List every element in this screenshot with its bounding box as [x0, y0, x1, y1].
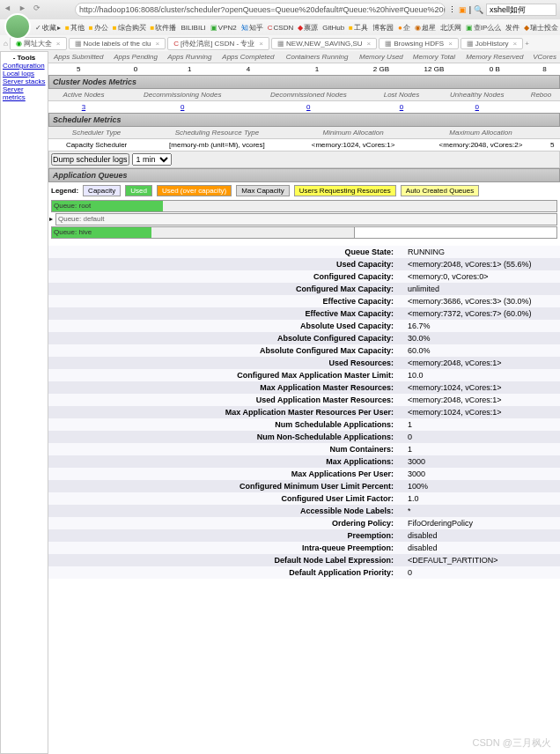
sidebar-link-config[interactable]: Configuration — [3, 62, 46, 70]
bookmark-item[interactable]: ◆瑞士投金 — [524, 23, 558, 33]
cell-link[interactable]: 3 — [48, 101, 119, 114]
property-key: Max Applications Per User: — [48, 468, 401, 480]
tab-item[interactable]: ▦Browsing HDFS× — [379, 38, 459, 49]
legend-over: Used (over capacity) — [157, 185, 232, 196]
property-row: Num Schedulable Applications:1 — [48, 418, 560, 431]
bookmark-item[interactable]: ■软件播 — [151, 23, 177, 33]
tab-item[interactable]: ▦Node labels of the clu× — [69, 38, 166, 49]
sidebar-title: - Tools — [3, 54, 46, 62]
expand-icon[interactable]: ▸ — [49, 215, 53, 223]
col-header: Minimum Allocation — [290, 127, 417, 139]
sidebar-link-metrics[interactable]: Server metrics — [3, 85, 46, 101]
table-row: 5 0 1 4 1 2 GB 12 GB 0 B 8 — [48, 63, 560, 76]
col-header: Apps Pending — [109, 51, 163, 63]
rss-icon[interactable]: ▣ — [459, 5, 467, 14]
queue-hive[interactable]: ▾ Queue: hive — [52, 227, 355, 238]
property-value: <memory:1024, vCores:1> — [401, 381, 560, 394]
reload-icon[interactable]: ⟳ — [33, 4, 46, 16]
property-key: Used Capacity: — [48, 258, 401, 270]
tab-item[interactable]: C[待处消息] CSDN - 专业× — [167, 37, 269, 50]
table-row: 3 0 0 0 0 — [48, 101, 560, 114]
bookmark-item[interactable]: BILIBILI — [181, 24, 205, 32]
legend-capacity: Capacity — [83, 185, 121, 196]
property-key: Absolute Configured Capacity: — [48, 332, 401, 344]
property-row: Max Applications Per User:3000 — [48, 468, 560, 480]
property-row: Max Applications:3000 — [48, 455, 560, 468]
close-icon[interactable]: × — [56, 40, 61, 48]
menu-icon[interactable]: ⋮ — [448, 5, 456, 14]
col-header: Reboo — [522, 89, 560, 101]
property-row: Configured Capacity:<memory:0, vCores:0> — [48, 270, 560, 283]
search-input[interactable] — [486, 4, 556, 16]
property-row: Default Node Label Expression:<DEFAULT_P… — [48, 554, 560, 566]
property-row: Used Capacity:<memory:2048, vCores:1> (5… — [48, 258, 560, 270]
sidebar-link-locallogs[interactable]: Local logs — [3, 70, 46, 78]
bookmark-item[interactable]: 发件 — [505, 23, 519, 33]
col-header: Apps Completed — [217, 51, 280, 63]
queue-root[interactable]: ▾ Queue: root — [51, 200, 557, 212]
property-value: FifoOrderingPolicy — [401, 517, 560, 529]
property-key: Accessible Node Labels: — [48, 505, 401, 517]
queue-label: Queue: default — [58, 215, 104, 223]
dump-logs-button[interactable]: Dump scheduler logs — [51, 153, 129, 166]
url-bar[interactable]: http://hadoop106:8088/cluster/scheduler?… — [75, 3, 446, 17]
queue-default[interactable]: ▸ Queue: default — [55, 213, 557, 225]
bookmark-item[interactable]: ▣查IP么么 — [466, 23, 502, 33]
dump-interval-select[interactable]: 1 min — [132, 153, 172, 166]
bookmark-item[interactable]: 博客园 — [372, 23, 394, 33]
close-icon[interactable]: × — [448, 40, 453, 48]
tab-item[interactable]: ▦NEW,NEW_SAVING,SU× — [271, 38, 377, 49]
bookmark-item[interactable]: ●企 — [398, 23, 410, 33]
legend-title: Legend: — [51, 187, 78, 195]
property-key: Absolute Used Capacity: — [48, 320, 401, 332]
sidebar: - Tools Configuration Local logs Server … — [0, 51, 48, 754]
cell-link[interactable]: 0 — [119, 101, 247, 114]
home-icon[interactable]: ⌂ — [4, 40, 8, 48]
cell: <memory:1024, vCores:1> — [290, 139, 417, 152]
bookmark-item[interactable]: ■综合购买 — [113, 23, 146, 33]
cell — [522, 101, 560, 114]
bookmark-item[interactable]: ■办公 — [89, 23, 108, 33]
col-header: Decommissioned Nodes — [246, 89, 371, 101]
add-tab-icon[interactable]: + — [525, 40, 529, 48]
property-key: Used Resources: — [48, 357, 401, 369]
bookmark-item[interactable]: ◉超星 — [415, 23, 436, 33]
bookmark-item[interactable]: CCSDN — [268, 24, 293, 32]
cell: 5 — [544, 139, 560, 152]
close-icon[interactable]: × — [259, 40, 263, 48]
property-value: <memory:0, vCores:0> — [401, 270, 560, 283]
bookmark-item[interactable]: GitHub — [322, 24, 344, 32]
close-icon[interactable]: × — [513, 40, 518, 48]
cell-link[interactable]: 0 — [246, 101, 371, 114]
close-icon[interactable]: × — [155, 40, 159, 48]
property-key: Configured Max Capacity: — [48, 283, 401, 295]
search-divider: | — [469, 5, 471, 14]
bookmark-item[interactable]: ■工具 — [349, 23, 368, 33]
col-header: Memory Reserved — [461, 51, 530, 63]
bookmark-item[interactable]: 北沃网 — [440, 23, 461, 33]
legend: Legend: Capacity Used Used (over capacit… — [48, 182, 560, 199]
sidebar-link-stacks[interactable]: Server stacks — [3, 78, 46, 85]
bookmark-item[interactable]: ■其他 — [65, 23, 85, 33]
tab-item[interactable]: ▦JobHistory× — [461, 38, 523, 49]
close-icon[interactable]: × — [367, 40, 372, 48]
property-row: Ordering Policy:FifoOrderingPolicy — [48, 517, 560, 529]
property-row: Intra-queue Preemption:disabled — [48, 542, 560, 554]
property-value: 3000 — [401, 468, 560, 480]
property-value: RUNNING — [401, 246, 560, 258]
property-value: <memory:2048, vCores:1> — [401, 394, 560, 406]
cell: 2 GB — [354, 63, 408, 76]
property-value: disabled — [401, 542, 560, 554]
bookmark-item[interactable]: ▣VPN2 — [210, 24, 237, 32]
property-value: 0 — [401, 566, 560, 579]
bookmark-item[interactable]: ◆票源 — [298, 23, 318, 33]
cell-link[interactable]: 0 — [432, 101, 522, 114]
bookmark-item[interactable]: ✓收藏 ▸ — [35, 23, 61, 33]
cell-link[interactable]: 0 — [371, 101, 431, 114]
property-key: Num Schedulable Applications: — [48, 418, 401, 431]
property-key: Used Application Master Resources: — [48, 394, 401, 406]
property-value: 10.0 — [401, 369, 560, 381]
property-row: Default Application Priority:0 — [48, 566, 560, 579]
bookmark-item[interactable]: 知知乎 — [241, 23, 263, 33]
col-header: Active Nodes — [48, 89, 119, 101]
